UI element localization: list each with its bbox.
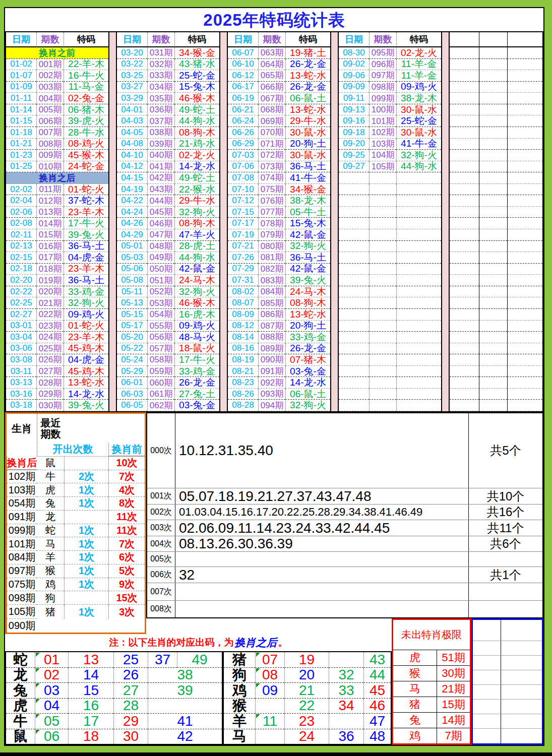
code-cell: 02-龙-火 [174, 150, 219, 161]
code-cell: 11-羊-金 [396, 70, 441, 82]
code-cell: 25-蛇-金 [174, 70, 219, 82]
empty-cell [507, 229, 542, 241]
period-cell: 026期 [36, 354, 64, 366]
date-cell: 03-04 [6, 332, 36, 343]
code-cell: 49-蛇-土 [174, 104, 219, 116]
period-cell: 099期 [369, 93, 396, 104]
frequency-numbers: 32 [175, 567, 468, 583]
bottom-number: 25 [113, 652, 148, 668]
code-cell: 45-猴-木 [64, 150, 108, 161]
date-cell: 04-03 [117, 115, 147, 127]
sheet: 2025年特码统计表 日期期数特码换肖之前01-02001期22-羊-木01-0… [4, 7, 544, 746]
bottom-zodiac: 虎 [6, 699, 35, 714]
frequency-count: 共16个 [468, 505, 542, 520]
period-cell: 038期 [147, 127, 174, 139]
code-cell: 02-龙-火 [396, 47, 441, 59]
date-cell: 01-09 [6, 82, 36, 93]
code-cell: 09-鸡-火 [396, 82, 441, 93]
date-cell: 04-22 [117, 195, 147, 207]
period-cell: 058期 [147, 354, 174, 366]
period-cell: 006期 [36, 115, 64, 127]
recent-header: 最近期数 [37, 414, 64, 443]
period-cell: 085期 [258, 297, 285, 309]
empty-cell [479, 172, 507, 184]
empty-cell [479, 286, 507, 298]
code-cell: 44-狗-水 [174, 115, 219, 127]
period-cell: 043期 [147, 184, 174, 196]
stat-recent: 075期 [7, 578, 37, 592]
stat-before: 2次 [64, 470, 108, 484]
empty-cell [507, 321, 542, 332]
date-cell: 08-21 [228, 366, 258, 377]
limit-periods: 21期 [437, 681, 470, 697]
empty-cell [450, 252, 479, 264]
code-cell: 15-兔-木 [285, 218, 330, 229]
date-cell: 01-07 [6, 70, 36, 82]
period-cell: 071期 [258, 139, 285, 150]
empty-cell [479, 161, 507, 173]
date-cell: 05-15 [117, 309, 147, 321]
code-cell: 39-兔-火 [64, 229, 108, 241]
bottom-number: 37 [148, 652, 177, 668]
empty-cell [507, 366, 542, 377]
period-cell: 007期 [36, 127, 64, 139]
period-cell [369, 400, 396, 411]
stat-zodiac: 猴 [37, 564, 64, 578]
code-cell: 14-龙-水 [285, 377, 330, 389]
date-cell: 02-06 [6, 207, 36, 218]
code-cell: 34-猴-金 [174, 47, 219, 59]
date-cell: 06-12 [228, 70, 258, 82]
period-cell: 079期 [258, 229, 285, 241]
date-cell: 01-21 [6, 139, 36, 150]
code-cell: 26-龙-金 [285, 343, 330, 355]
code-cell: 15-兔-木 [174, 82, 219, 93]
period-cell: 089期 [258, 343, 285, 355]
code-cell [396, 332, 441, 343]
date-cell: 01-25 [6, 161, 36, 173]
code-cell [396, 207, 441, 218]
empty-cell [450, 93, 479, 104]
empty-cell [450, 354, 479, 366]
date-cell: 06-10 [228, 59, 258, 71]
bottom-number: 43 [363, 652, 391, 668]
period-cell: 080期 [258, 241, 285, 253]
empty-cell [479, 47, 507, 59]
code-cell: 39-虎-火 [64, 115, 108, 127]
date-cell: 04-08 [117, 139, 147, 150]
date-cell: 04-29 [117, 229, 147, 241]
period-cell: 005期 [36, 104, 64, 116]
date-cell: 08-28 [228, 400, 258, 411]
code-cell [396, 297, 441, 309]
period-cell [369, 389, 396, 400]
empty-cell [479, 400, 507, 411]
date-cell: 09-06 [339, 70, 369, 82]
stat-after: 5次 [108, 564, 145, 578]
period-cell: 081期 [258, 252, 285, 264]
period-cell [369, 286, 396, 298]
stat-before: 1次 [64, 497, 108, 511]
period-cell: 059期 [147, 366, 174, 377]
date-cell: 04-24 [117, 207, 147, 218]
date-cell: 07-29 [228, 264, 258, 275]
empty-cell [507, 377, 542, 389]
note-highlight: 换肖之后 [234, 636, 278, 650]
empty-cell [450, 264, 479, 275]
code-cell: 16-虎-木 [174, 309, 219, 321]
frequency-count [468, 552, 542, 566]
recent-header-line2: 期数 [41, 428, 61, 439]
stat-zodiac: 鼠 [37, 457, 64, 470]
empty-cell [479, 229, 507, 241]
bottom-number: 34 [329, 699, 363, 714]
period-cell: 073期 [258, 161, 285, 173]
code-cell [396, 195, 441, 207]
period-cell: 029期 [36, 389, 64, 400]
bottom-number: 39 [148, 683, 222, 699]
date-cell: 08-19 [228, 354, 258, 366]
code-cell: 22-猴-水 [174, 184, 219, 196]
limit-zodiac: 鸡 [393, 728, 437, 743]
empty-cell [450, 332, 479, 343]
code-cell: 13-蛇-水 [285, 70, 330, 82]
period-cell: 002期 [36, 70, 64, 82]
empty-cell [507, 161, 542, 173]
empty-cell [507, 195, 542, 207]
